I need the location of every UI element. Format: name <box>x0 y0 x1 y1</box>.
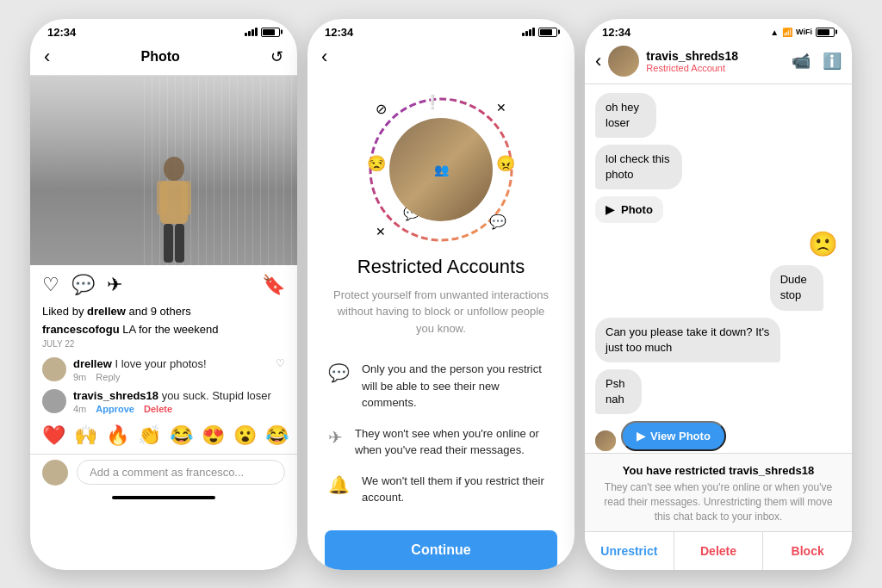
comment-row-2: travis_shreds18 you suck. Stupid loser 4… <box>30 386 297 418</box>
status-time-2: 12:34 <box>325 26 353 39</box>
status-bar-1: 12:34 <box>30 19 297 42</box>
post-image <box>30 76 297 265</box>
bookmark-icon[interactable]: 🔖 <box>262 274 285 296</box>
restrict-feature-1: 💬 Only you and the person you restrict w… <box>307 354 575 418</box>
info-icon[interactable]: ℹ️ <box>823 52 842 71</box>
orbit-icon-1: ⊘ <box>376 101 387 117</box>
msg-row-2: lol check this photo <box>595 145 711 189</box>
comment-user-1[interactable]: drellew <box>73 357 112 370</box>
contact-restricted-status: Restricted Account <box>646 63 785 73</box>
restrict-actions: Unrestrict Delete Block <box>585 531 852 570</box>
msg-row-dude: Dude stop <box>770 265 842 310</box>
feature-text-3: We won't tell them if you restrict their… <box>362 473 554 506</box>
msg-takedown: Can you please take it down? It's just t… <box>595 318 780 362</box>
status-time-3: 12:34 <box>602 26 630 39</box>
msg-dude: Dude stop <box>770 265 823 310</box>
emoji-bar: ❤️ 🙌 🔥 👏 😂 😍 😮 😂 🎉 <box>30 418 297 454</box>
post-header: ‹ Photo ↺ <box>30 42 297 76</box>
sender-avatar <box>595 430 616 451</box>
svg-rect-3 <box>181 181 191 215</box>
contact-avatar[interactable] <box>608 46 639 77</box>
battery-icon-1 <box>261 28 280 37</box>
feature-text-1: Only you and the person you restrict wil… <box>362 361 554 412</box>
msg-photo[interactable]: ▶ Photo <box>595 196 663 223</box>
orbit-icon-5: 💬 <box>489 214 506 230</box>
heart-icon[interactable]: ♡ <box>42 274 59 296</box>
delete-chat-button[interactable]: Delete <box>674 532 763 570</box>
comment-user-2[interactable]: travis_shreds18 <box>73 389 158 402</box>
post-date: JULY 22 <box>30 337 297 354</box>
restrict-notice: You have restricted travis_shreds18 They… <box>585 453 852 530</box>
restrict-title: Restricted Accounts <box>307 256 575 287</box>
msg-row-psh: Psh nah <box>595 369 657 414</box>
back-button-2[interactable]: ‹ <box>321 46 327 68</box>
status-bar-2: 12:34 <box>307 19 575 42</box>
battery-icon-3 <box>816 28 835 37</box>
feature-icon-2: ✈ <box>328 427 343 448</box>
restrict-visual: 👥 ⊘ ❕ ✕ 😠 💬 ✕ 😒 💬 <box>307 75 575 256</box>
msg-row-photo: ▶ Photo <box>595 196 663 223</box>
phone-post: 12:34 ‹ Photo ↺ <box>30 19 297 570</box>
liker-name[interactable]: drellew <box>87 305 126 318</box>
restrict-notice-text: They can't see when you're online or whe… <box>599 480 838 523</box>
video-icon[interactable]: 📹 <box>792 52 811 71</box>
restrict-feature-2: ✈ They won't see when you're online or w… <box>307 418 575 466</box>
orbit-icon-3: ✕ <box>496 101 506 115</box>
post-likes: Liked by drellew and 9 others <box>30 305 297 321</box>
msg-row-takedown: Can you please take it down? It's just t… <box>595 318 842 362</box>
block-button[interactable]: Block <box>762 532 852 570</box>
post-caption: francescofogu LA for the weekend <box>30 321 297 337</box>
status-icons-3: ▲ 📶 WiFi <box>770 28 835 37</box>
restrict-feature-3: 🔔 We won't tell them if you restrict the… <box>307 466 575 513</box>
refresh-icon[interactable]: ↺ <box>270 47 283 66</box>
orbit-icon-4: 😠 <box>496 154 515 173</box>
status-icons-1 <box>245 28 280 37</box>
restrict-header: ‹ <box>307 42 575 75</box>
svg-point-0 <box>164 157 184 181</box>
phone-chat: 12:34 ▲ 📶 WiFi ‹ travis_shreds18 Restric… <box>585 19 852 570</box>
orbit-icon-2: ❕ <box>424 94 441 110</box>
own-avatar <box>42 460 68 486</box>
comment-input[interactable]: Add a comment as francesco... <box>77 460 285 485</box>
messages-area: oh hey loser lol check this photo ▶ Phot… <box>585 84 852 454</box>
restrict-center-photo: 👥 <box>389 118 493 221</box>
restrict-notice-title: You have restricted travis_shreds18 <box>599 464 838 477</box>
msg-1: oh hey loser <box>595 93 656 138</box>
contact-name[interactable]: travis_shreds18 <box>646 49 785 63</box>
home-indicator-1 <box>112 496 215 499</box>
feature-text-2: They won't see when you're online or whe… <box>355 425 554 459</box>
orbit-icon-7: 😒 <box>367 154 386 173</box>
person-silhouette <box>148 153 200 265</box>
approve-button[interactable]: Approve <box>96 404 134 414</box>
post-title: Photo <box>141 49 180 65</box>
share-icon[interactable]: ✈ <box>107 274 122 296</box>
comment-input-row: Add a comment as francesco... <box>30 454 297 491</box>
delete-comment-button[interactable]: Delete <box>144 404 172 414</box>
comment-row-1: drellew I love your photos! 9m Reply ♡ <box>30 354 297 386</box>
comment-icon[interactable]: 💬 <box>71 274 95 296</box>
back-button-3[interactable]: ‹ <box>595 50 601 72</box>
svg-rect-5 <box>175 224 184 263</box>
battery-icon-2 <box>538 28 557 37</box>
feature-icon-3: 🔔 <box>328 474 350 495</box>
comment-like-1[interactable]: ♡ <box>276 357 285 369</box>
msg-psh: Psh nah <box>595 369 642 414</box>
msg-2: lol check this photo <box>595 145 682 189</box>
phone-restricted: 12:34 ‹ <box>307 19 575 570</box>
view-photo-button[interactable]: ▶ Unrestrict View Photo <box>621 421 726 451</box>
feature-icon-1: 💬 <box>328 362 350 383</box>
status-icons-2 <box>522 28 557 37</box>
msg-row-viewphoto: ▶ Unrestrict View Photo <box>595 421 726 451</box>
caption-user[interactable]: francescofogu <box>42 323 120 336</box>
svg-rect-4 <box>164 224 173 263</box>
play-icon-photo: ▶ <box>606 203 614 216</box>
unrestrict-button[interactable]: Unrestrict <box>585 532 674 570</box>
signal-bars-2 <box>522 28 535 36</box>
comment-avatar-1 <box>42 357 66 381</box>
chat-header: ‹ travis_shreds18 Restricted Account 📹 ℹ… <box>585 42 852 84</box>
back-button-1[interactable]: ‹ <box>44 46 50 68</box>
continue-button[interactable]: Continue <box>325 530 557 570</box>
msg-row-1: oh hey loser <box>595 93 677 138</box>
status-time-1: 12:34 <box>47 26 76 39</box>
restrict-description: Protect yourself from unwanted interacti… <box>307 287 575 355</box>
